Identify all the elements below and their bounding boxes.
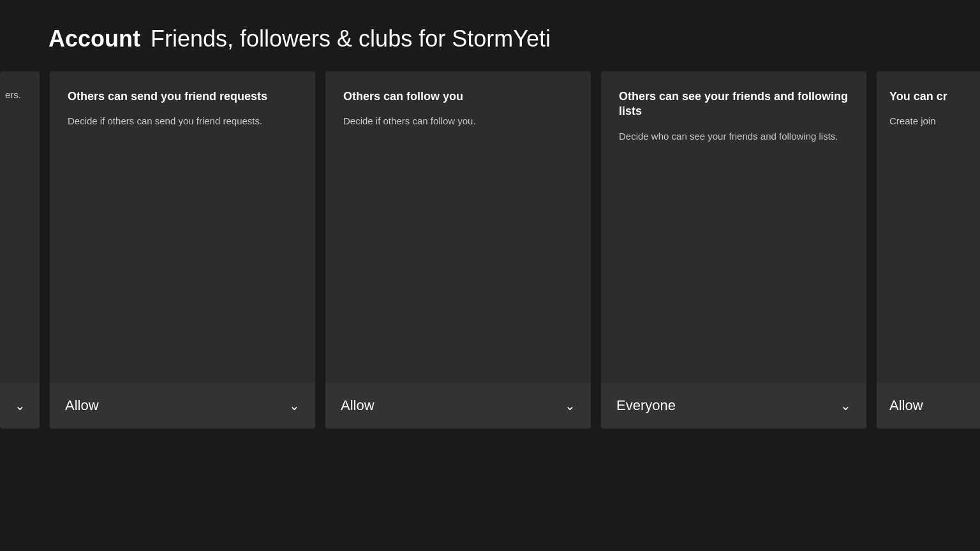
card-partial-left: ers. ⌄: [0, 71, 40, 429]
card-partial-left-footer[interactable]: ⌄: [0, 383, 40, 429]
card-follow-title: Others can follow you: [343, 89, 573, 104]
card-friends-list-title: Others can see your friends and followin…: [619, 89, 849, 119]
chevron-down-icon: ⌄: [840, 398, 851, 413]
card-partial-right-footer-label: Allow: [889, 397, 923, 414]
header: Account Friends, followers & clubs for S…: [0, 0, 980, 71]
account-label: Account: [48, 26, 140, 52]
card-friend-requests-body: Others can send you friend requests Deci…: [50, 71, 315, 383]
card-friends-list-body: Others can see your friends and followin…: [601, 71, 866, 383]
card-friends-list: Others can see your friends and followin…: [601, 71, 866, 429]
card-partial-right-title: You can cr: [889, 89, 980, 104]
partial-left-text: ers.: [5, 89, 21, 100]
card-partial-right-footer[interactable]: Allow: [877, 383, 980, 429]
card-partial-right: You can cr Create join Allow: [877, 71, 980, 429]
card-partial-left-body: ers.: [0, 71, 40, 383]
card-follow-footer-label: Allow: [341, 397, 375, 414]
card-follow: Others can follow you Decide if others c…: [325, 71, 591, 429]
chevron-down-icon: ⌄: [15, 398, 26, 413]
card-partial-right-description: Create join: [889, 114, 980, 129]
card-friends-list-description: Decide who can see your friends and foll…: [619, 129, 849, 144]
chevron-down-icon: ⌄: [289, 398, 300, 413]
card-friend-requests-title: Others can send you friend requests: [68, 89, 297, 104]
cards-container: ers. ⌄ Others can send you friend reques…: [0, 71, 980, 429]
card-friends-list-footer-label: Everyone: [616, 397, 676, 414]
card-follow-footer[interactable]: Allow ⌄: [325, 383, 591, 429]
chevron-down-icon: ⌄: [565, 398, 575, 413]
card-friends-list-footer[interactable]: Everyone ⌄: [601, 383, 866, 429]
page-subtitle: Friends, followers & clubs for StormYeti: [151, 26, 551, 52]
card-friend-requests: Others can send you friend requests Deci…: [50, 71, 315, 429]
card-follow-description: Decide if others can follow you.: [343, 114, 573, 129]
card-friend-requests-description: Decide if others can send you friend req…: [68, 114, 297, 129]
card-friend-requests-footer-label: Allow: [65, 397, 99, 414]
card-friend-requests-footer[interactable]: Allow ⌄: [50, 383, 315, 429]
card-follow-body: Others can follow you Decide if others c…: [325, 71, 591, 383]
card-partial-right-body: You can cr Create join: [877, 71, 980, 383]
